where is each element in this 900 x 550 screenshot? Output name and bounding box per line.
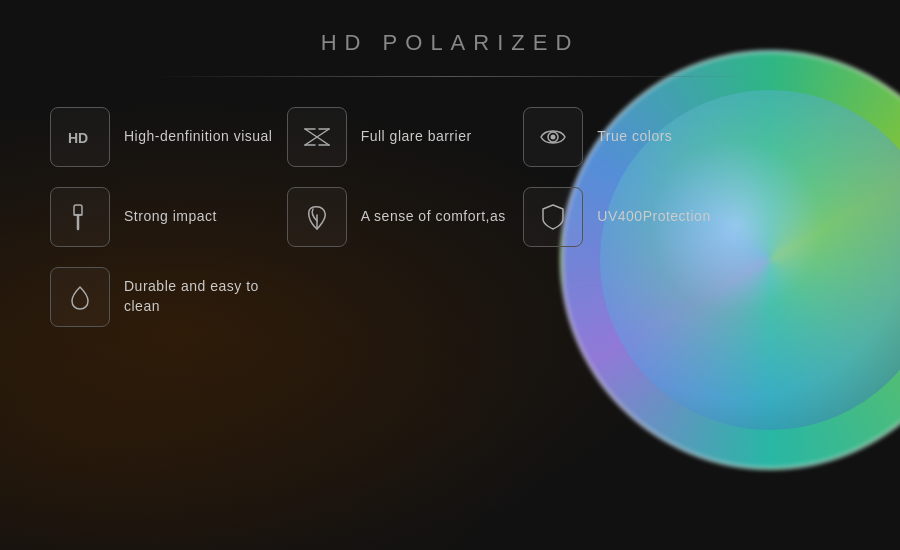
feature-comfort: A sense of comfort,as — [287, 187, 514, 247]
features-grid: HD High-denfinition visual Full glare ba… — [50, 107, 750, 327]
svg-point-6 — [551, 135, 556, 140]
divider — [150, 76, 750, 77]
leaf-icon-box — [287, 187, 347, 247]
drop-icon — [64, 281, 96, 313]
eye-icon-box — [523, 107, 583, 167]
svg-text:HD: HD — [68, 130, 88, 146]
feature-label-impact: Strong impact — [124, 207, 217, 227]
feature-strong-impact: Strong impact — [50, 187, 277, 247]
feature-uv400: UV400Protection — [523, 187, 750, 247]
drop-icon-box — [50, 267, 110, 327]
feature-label-durable: Durable and easy to clean — [124, 277, 277, 316]
shield-icon — [537, 201, 569, 233]
leaf-icon — [301, 201, 333, 233]
shield-icon-box — [523, 187, 583, 247]
eye-icon — [537, 121, 569, 153]
main-content: HD POLARIZED HD High-denfinition visual — [0, 0, 900, 357]
hd-icon-box: HD — [50, 107, 110, 167]
feature-true-colors: True colors — [523, 107, 750, 167]
feature-label-uv400: UV400Protection — [597, 207, 710, 227]
feature-glare: Full glare barrier — [287, 107, 514, 167]
hammer-icon-box — [50, 187, 110, 247]
hammer-icon — [64, 201, 96, 233]
feature-label-hd: High-denfinition visual — [124, 127, 272, 147]
feature-label-comfort: A sense of comfort,as — [361, 207, 506, 227]
feature-hd-visual: HD High-denfinition visual — [50, 107, 277, 167]
feature-durable: Durable and easy to clean — [50, 267, 277, 327]
shuffle-icon-box — [287, 107, 347, 167]
feature-label-glare: Full glare barrier — [361, 127, 472, 147]
shuffle-icon — [301, 121, 333, 153]
hd-icon: HD — [64, 121, 96, 153]
feature-label-true-colors: True colors — [597, 127, 672, 147]
svg-rect-7 — [74, 205, 82, 215]
page-title: HD POLARIZED — [50, 30, 850, 56]
